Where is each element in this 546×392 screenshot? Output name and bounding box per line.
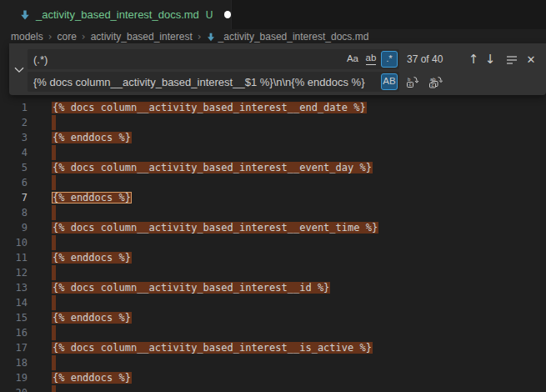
tab-bar: _activity_based_interest_docs.md U xyxy=(0,0,546,29)
line-number[interactable]: 20 xyxy=(0,385,28,392)
editor-line[interactable]: 9{% docs column__activity_based_interest… xyxy=(0,220,546,235)
find-in-selection-button[interactable] xyxy=(503,51,520,68)
find-match-highlight: {% docs column__activity_based_interest_… xyxy=(52,102,367,113)
tab-filename: _activity_based_interest_docs.md xyxy=(36,8,199,21)
editor-line[interactable]: 3{% enddocs %} xyxy=(0,130,546,145)
replace-all-button[interactable]: ab c xyxy=(427,73,443,90)
find-match-highlight-empty-line xyxy=(52,265,56,280)
line-number[interactable]: 14 xyxy=(0,295,28,310)
breadcrumb: models › core › activity_based_interest … xyxy=(0,29,546,43)
line-content[interactable] xyxy=(53,175,56,190)
tab-activity-based-interest-docs[interactable]: _activity_based_interest_docs.md U xyxy=(0,0,232,29)
previous-match-button[interactable]: ↑ xyxy=(465,51,482,68)
editor-line[interactable]: 19{% enddocs %} xyxy=(0,370,546,385)
line-content[interactable]: {% enddocs %} xyxy=(53,250,132,265)
chevron-right-icon: › xyxy=(48,31,53,43)
breadcrumb-item-models[interactable]: models xyxy=(11,31,43,43)
find-widget: Aa ab .* 37 of 40 ↑ ↓ ✕ AB b c ab xyxy=(9,43,546,95)
find-results-count: 37 of 40 xyxy=(407,49,443,69)
line-number[interactable]: 9 xyxy=(0,220,28,235)
line-content[interactable] xyxy=(53,325,56,340)
modified-dot-icon[interactable] xyxy=(224,11,231,18)
editor-line[interactable]: 12 xyxy=(0,265,546,280)
line-number[interactable]: 18 xyxy=(0,355,28,370)
line-content[interactable]: {% enddocs %} xyxy=(53,310,132,325)
line-number[interactable]: 16 xyxy=(0,325,28,340)
editor-line[interactable]: 7{% enddocs %} xyxy=(0,190,546,205)
line-number[interactable]: 4 xyxy=(0,145,28,160)
line-content[interactable]: {% docs column__activity_based_interest_… xyxy=(53,100,367,115)
line-number[interactable]: 6 xyxy=(0,175,28,190)
git-status-badge: U xyxy=(206,9,213,21)
arrow-up-icon: ↑ xyxy=(468,52,479,67)
editor-line[interactable]: 20 xyxy=(0,385,546,392)
current-find-match-highlight: {% enddocs %} xyxy=(52,192,132,204)
breadcrumb-item-file[interactable]: _activity_based_interest_docs.md xyxy=(218,31,369,43)
line-number[interactable]: 15 xyxy=(0,310,28,325)
markdown-file-icon xyxy=(207,33,215,42)
line-number[interactable]: 1 xyxy=(0,100,28,115)
close-icon: ✕ xyxy=(527,53,536,66)
line-content[interactable]: {% enddocs %} xyxy=(53,130,132,145)
selection-icon xyxy=(506,54,518,64)
editor-line[interactable]: 15{% enddocs %} xyxy=(0,310,546,325)
line-content[interactable]: {% docs column__activity_based_interest_… xyxy=(53,340,373,355)
line-content[interactable] xyxy=(53,115,56,130)
editor-line[interactable]: 4 xyxy=(0,145,546,160)
regex-button[interactable]: .* xyxy=(381,51,398,68)
line-content[interactable] xyxy=(53,235,56,250)
editor-line[interactable]: 10 xyxy=(0,235,546,250)
svg-text:ab: ab xyxy=(430,77,436,82)
editor[interactable]: 1{% docs column__activity_based_interest… xyxy=(0,100,546,392)
line-number[interactable]: 13 xyxy=(0,280,28,295)
find-match-highlight-empty-line xyxy=(52,175,56,190)
close-find-widget-button[interactable]: ✕ xyxy=(523,51,539,68)
find-match-highlight: {% enddocs %} xyxy=(52,252,132,264)
find-match-highlight-empty-line xyxy=(52,115,56,130)
chevron-right-icon: › xyxy=(82,31,86,43)
replace-button[interactable]: b c xyxy=(404,73,421,90)
line-content[interactable]: {% enddocs %} xyxy=(53,190,132,205)
whole-word-button[interactable]: ab xyxy=(363,51,379,68)
line-content[interactable]: {% docs column__activity_based_interest_… xyxy=(53,160,373,175)
line-content[interactable] xyxy=(53,295,56,310)
match-case-button[interactable]: Aa xyxy=(344,51,361,68)
line-number[interactable]: 5 xyxy=(0,160,28,175)
editor-line[interactable]: 5{% docs column__activity_based_interest… xyxy=(0,160,546,175)
line-content[interactable] xyxy=(53,265,56,280)
line-number[interactable]: 10 xyxy=(0,235,28,250)
editor-line[interactable]: 11{% enddocs %} xyxy=(0,250,546,265)
line-content[interactable] xyxy=(53,385,56,392)
editor-line[interactable]: 8 xyxy=(0,205,546,220)
editor-line[interactable]: 6 xyxy=(0,175,546,190)
toggle-replace-button[interactable] xyxy=(12,63,26,77)
line-content[interactable] xyxy=(53,205,56,220)
breadcrumb-item-core[interactable]: core xyxy=(58,31,77,43)
next-match-button[interactable]: ↓ xyxy=(482,51,498,68)
editor-line[interactable]: 1{% docs column__activity_based_interest… xyxy=(0,100,546,115)
line-content[interactable]: {% docs column__activity_based_interest_… xyxy=(53,280,330,295)
editor-line[interactable]: 2 xyxy=(0,115,546,130)
breadcrumb-item-activity-based-interest[interactable]: activity_based_interest xyxy=(91,31,193,43)
editor-line[interactable]: 13{% docs column__activity_based_interes… xyxy=(0,280,546,295)
line-content[interactable]: {% docs column__activity_based_interest_… xyxy=(53,220,378,235)
line-content[interactable] xyxy=(53,355,56,370)
line-number[interactable]: 12 xyxy=(0,265,28,280)
line-content[interactable] xyxy=(53,145,56,160)
editor-line[interactable]: 16 xyxy=(0,325,546,340)
chevron-right-icon: › xyxy=(198,31,202,43)
line-content[interactable]: {% enddocs %} xyxy=(53,370,132,385)
line-number[interactable]: 3 xyxy=(0,130,28,145)
line-number[interactable]: 8 xyxy=(0,205,28,220)
editor-line[interactable]: 17{% docs column__activity_based_interes… xyxy=(0,340,546,355)
editor-line[interactable]: 18 xyxy=(0,355,546,370)
editor-line[interactable]: 14 xyxy=(0,295,546,310)
replace-input[interactable] xyxy=(28,72,399,92)
line-number[interactable]: 7 xyxy=(0,190,28,205)
preserve-case-button[interactable]: AB xyxy=(381,73,398,90)
line-number[interactable]: 19 xyxy=(0,370,28,385)
line-number[interactable]: 17 xyxy=(0,340,28,355)
arrow-down-icon: ↓ xyxy=(485,52,496,67)
line-number[interactable]: 11 xyxy=(0,250,28,265)
line-number[interactable]: 2 xyxy=(0,115,28,130)
